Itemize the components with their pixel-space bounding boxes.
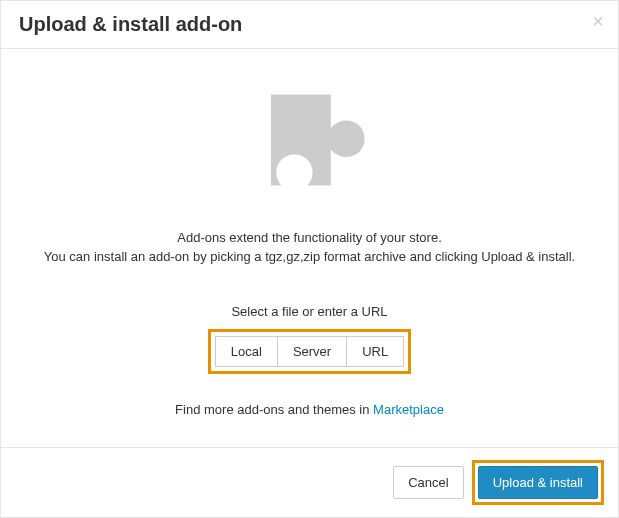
description-line-2: You can install an add-on by picking a t… xyxy=(21,249,598,264)
cancel-button[interactable]: Cancel xyxy=(393,466,463,499)
url-button[interactable]: URL xyxy=(346,336,404,367)
marketplace-line: Find more add-ons and themes in Marketpl… xyxy=(21,402,598,417)
description-line-1: Add-ons extend the functionality of your… xyxy=(21,230,598,245)
local-button[interactable]: Local xyxy=(215,336,278,367)
server-button[interactable]: Server xyxy=(277,336,347,367)
close-icon[interactable]: × xyxy=(592,11,604,31)
select-file-label: Select a file or enter a URL xyxy=(21,304,598,319)
upload-install-button[interactable]: Upload & install xyxy=(478,466,598,499)
modal-body: Add-ons extend the functionality of your… xyxy=(1,49,618,447)
source-button-group: Local Server URL xyxy=(215,336,404,367)
puzzle-icon xyxy=(21,79,598,212)
upload-install-modal: Upload & install add-on × Add-ons extend… xyxy=(0,0,619,518)
source-selector-highlight: Local Server URL xyxy=(208,329,411,374)
marketplace-prefix: Find more add-ons and themes in xyxy=(175,402,373,417)
submit-highlight: Upload & install xyxy=(472,460,604,505)
modal-title: Upload & install add-on xyxy=(19,13,600,36)
modal-header: Upload & install add-on × xyxy=(1,1,618,49)
marketplace-link[interactable]: Marketplace xyxy=(373,402,444,417)
modal-footer: Cancel Upload & install xyxy=(1,447,618,517)
